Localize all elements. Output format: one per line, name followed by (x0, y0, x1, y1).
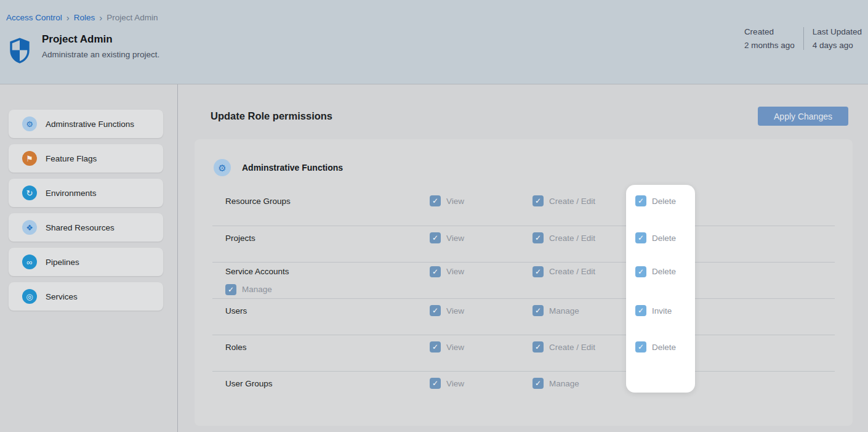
card-title: Adminstrative Functions (242, 163, 343, 173)
permission-label: Create / Edit (549, 234, 595, 243)
sidebar-item-shared-resources[interactable]: ❖Shared Resources (9, 213, 163, 242)
permission-cell: ✓Delete (635, 266, 738, 277)
permission-cell: ✓Delete (635, 195, 738, 206)
meta-label: Created (744, 27, 795, 36)
table-row: User Groups✓View✓Manage (212, 371, 835, 407)
permission-toggle[interactable]: ✓Delete (635, 266, 676, 277)
permission-toggle[interactable]: ✓Create / Edit (532, 341, 595, 353)
permission-toggle[interactable]: ✓View (430, 232, 464, 243)
permission-toggle[interactable]: ✓Create / Edit (532, 195, 595, 206)
row-label: Roles (225, 343, 430, 352)
flag-icon: ⚑ (22, 151, 37, 166)
permission-toggle[interactable]: ✓Delete (635, 341, 676, 353)
permission-label: View (446, 379, 464, 388)
checkbox-checked-icon[interactable]: ✓ (532, 305, 544, 316)
permission-cell: ✓Create / Edit (532, 266, 635, 277)
permission-label: View (446, 343, 464, 352)
table-row: Service Accounts✓View✓Create / Edit✓Dele… (212, 262, 835, 298)
permission-toggle[interactable]: ✓Delete (635, 232, 676, 243)
permission-cell: ✓View (430, 195, 532, 206)
permission-label: Manage (549, 379, 579, 388)
permission-toggle[interactable]: ✓Manage (532, 305, 579, 316)
main-panel: Update Role permissions Apply Changes ⚙ … (178, 84, 868, 432)
main-heading: Update Role permissions (211, 110, 332, 122)
permission-cell: ✓View (430, 378, 532, 389)
permission-cell: ✓Delete (635, 341, 738, 353)
gear-icon: ⚙ (22, 116, 37, 131)
pipelines-icon: ∞ (22, 255, 37, 269)
checkbox-checked-icon[interactable]: ✓ (430, 378, 441, 389)
meta-value: 4 days ago (813, 41, 862, 50)
table-row: Projects✓View✓Create / Edit✓Delete (212, 226, 835, 262)
sidebar-item-label: Adminstrative Functions (41, 120, 134, 129)
permission-cell: ✓Invite (635, 305, 738, 316)
checkbox-checked-icon[interactable]: ✓ (532, 341, 544, 353)
services-icon: ◎ (22, 289, 37, 304)
row-label: Projects (225, 234, 430, 243)
checkbox-checked-icon[interactable]: ✓ (430, 305, 441, 316)
permission-label: Delete (652, 197, 676, 206)
permission-cell: ✓View (430, 266, 532, 277)
card-header: ⚙ Adminstrative Functions (214, 159, 343, 176)
sidebar-item-services[interactable]: ◎Services (9, 282, 163, 311)
permission-cell: ✓Create / Edit (532, 232, 635, 243)
table-row: Roles✓View✓Create / Edit✓Delete (212, 335, 835, 371)
permission-toggle[interactable]: ✓Delete (635, 195, 676, 206)
breadcrumb: Access Control›Roles›Project Admin (6, 13, 158, 22)
table-row: Users✓View✓Manage✓Invite (212, 298, 835, 335)
checkbox-checked-icon[interactable]: ✓ (635, 266, 646, 277)
permission-cell: ✓Manage (225, 284, 430, 295)
permission-toggle[interactable]: ✓View (430, 378, 464, 389)
checkbox-checked-icon[interactable]: ✓ (635, 305, 646, 316)
checkbox-checked-icon[interactable]: ✓ (430, 232, 441, 243)
checkbox-checked-icon[interactable]: ✓ (635, 341, 646, 353)
permission-toggle[interactable]: ✓View (430, 266, 464, 277)
permission-cell: ✓View (430, 232, 532, 243)
permission-toggle[interactable]: ✓Manage (532, 378, 579, 389)
sidebar-item-feature-flags[interactable]: ⚑Feature Flags (9, 144, 163, 173)
sidebar-item-label: Pipelines (41, 258, 79, 267)
environments-icon: ↻ (22, 185, 37, 200)
sidebar-item-adminstrative-functions[interactable]: ⚙Adminstrative Functions (9, 110, 163, 138)
permission-toggle[interactable]: ✓Invite (635, 305, 672, 316)
checkbox-checked-icon[interactable]: ✓ (532, 378, 544, 389)
permission-cell: ✓Create / Edit (532, 195, 635, 206)
checkbox-checked-icon[interactable]: ✓ (532, 266, 544, 277)
checkbox-checked-icon[interactable]: ✓ (532, 232, 544, 243)
permission-toggle[interactable]: ✓Create / Edit (532, 232, 595, 243)
checkbox-checked-icon[interactable]: ✓ (225, 284, 236, 295)
permission-toggle[interactable]: ✓Create / Edit (532, 266, 595, 277)
checkbox-checked-icon[interactable]: ✓ (430, 195, 441, 206)
spotlight-highlight (626, 185, 695, 393)
permission-toggle[interactable]: ✓View (430, 195, 464, 206)
checkbox-checked-icon[interactable]: ✓ (635, 232, 646, 243)
checkbox-checked-icon[interactable]: ✓ (430, 266, 441, 277)
breadcrumb-link[interactable]: Roles (74, 13, 95, 22)
shared-resources-icon: ❖ (22, 220, 37, 235)
permission-cell: ✓View (430, 341, 532, 353)
permission-toggle[interactable]: ✓View (430, 305, 464, 316)
sidebar-item-label: Services (41, 292, 78, 301)
table-row: Resource Groups✓View✓Create / Edit✓Delet… (212, 189, 835, 226)
apply-changes-button[interactable]: Apply Changes (758, 107, 848, 126)
breadcrumb-link[interactable]: Access Control (6, 13, 62, 22)
meta-block: Created2 months ago (736, 27, 803, 50)
permission-label: Create / Edit (549, 267, 595, 276)
sidebar-item-pipelines[interactable]: ∞Pipelines (9, 248, 163, 276)
sidebar-item-environments[interactable]: ↻Environments (9, 179, 163, 207)
permission-cell: ✓View (430, 305, 532, 316)
permission-label: View (446, 234, 464, 243)
breadcrumb-current: Project Admin (106, 13, 158, 22)
checkbox-checked-icon[interactable]: ✓ (430, 341, 441, 353)
shield-logo-icon (8, 37, 31, 64)
sidebar-item-label: Environments (41, 189, 97, 198)
meta-block: Last Updated4 days ago (803, 27, 862, 50)
sidebar-item-label: Feature Flags (41, 154, 97, 163)
permission-label: Invite (652, 306, 672, 316)
permission-toggle[interactable]: ✓View (430, 341, 464, 353)
permission-toggle[interactable]: ✓Manage (225, 284, 272, 295)
row-label: User Groups (225, 379, 430, 388)
header-main: Project Admin Administrate an existing p… (8, 33, 159, 64)
checkbox-checked-icon[interactable]: ✓ (635, 195, 646, 206)
checkbox-checked-icon[interactable]: ✓ (532, 195, 544, 206)
